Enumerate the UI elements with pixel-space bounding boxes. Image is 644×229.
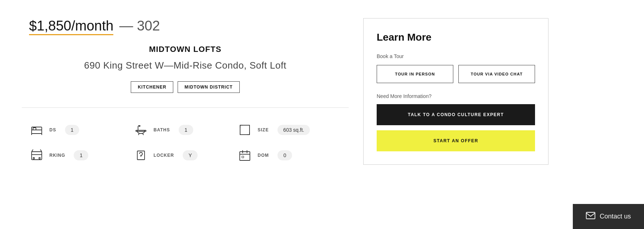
- svg-rect-27: [586, 212, 595, 219]
- listing-unit: — 302: [119, 18, 160, 34]
- spec-parking: RKING 1: [29, 148, 133, 163]
- learn-more-panel: Learn More Book a Tour TOUR IN PERSON TO…: [363, 18, 548, 165]
- divider: [22, 107, 349, 108]
- svg-line-6: [138, 134, 139, 135]
- tag-midtown-district[interactable]: MIDTOWN DISTRICT: [178, 81, 239, 93]
- tag-kitchener[interactable]: KITCHENER: [131, 81, 173, 93]
- tour-in-person-button[interactable]: TOUR IN PERSON: [377, 65, 453, 83]
- parking-icon: [29, 148, 44, 163]
- dom-label: DOM: [258, 153, 269, 158]
- spec-baths: BATHS 1: [133, 122, 238, 138]
- listing-address: 690 King Street W—Mid-Rise Condo, Soft L…: [29, 60, 341, 71]
- contact-us-button[interactable]: Contact us: [573, 204, 644, 229]
- svg-rect-0: [32, 130, 42, 134]
- spec-dom: DOM 0: [237, 148, 341, 163]
- parking-value: 1: [74, 150, 88, 160]
- spec-beds: DS 1: [29, 122, 133, 138]
- svg-rect-26: [242, 156, 244, 158]
- listing-price: $1,850/month: [29, 18, 113, 34]
- tour-buttons: TOUR IN PERSON TOUR VIA VIDEO CHAT: [377, 65, 535, 83]
- main-content: $1,850/month — 302 MIDTOWN LOFTS 690 Kin…: [0, 0, 363, 229]
- calendar-icon: [237, 148, 252, 163]
- specs-grid: DS 1 BATHS 1: [29, 122, 341, 163]
- beds-label: DS: [49, 127, 56, 132]
- size-value: 603 sq.ft.: [278, 125, 310, 135]
- book-tour-label: Book a Tour: [377, 53, 535, 59]
- locker-icon: [133, 148, 149, 163]
- locker-label: LOCKER: [154, 153, 174, 158]
- price-line: $1,850/month — 302: [29, 18, 341, 34]
- bed-icon: [29, 122, 44, 138]
- panel-title: Learn More: [377, 32, 535, 43]
- svg-rect-8: [240, 125, 250, 135]
- need-info-label: Need More Information?: [377, 93, 535, 99]
- svg-point-16: [39, 158, 40, 159]
- svg-point-15: [33, 158, 35, 159]
- bath-icon: [133, 122, 149, 138]
- offer-button[interactable]: START AN OFFER: [377, 130, 535, 151]
- size-label: SIZE: [258, 127, 269, 132]
- contact-us-label: Contact us: [600, 213, 631, 220]
- parking-label: RKING: [49, 153, 65, 158]
- svg-rect-22: [240, 152, 250, 160]
- baths-value: 1: [179, 125, 193, 135]
- spec-size: SIZE 603 sq.ft.: [237, 122, 341, 138]
- expert-button[interactable]: TALK TO A CONDO CULTURE EXPERT: [377, 104, 535, 125]
- building-name: MIDTOWN LOFTS: [29, 45, 341, 54]
- spec-locker: LOCKER Y: [133, 148, 238, 163]
- tags-container: KITCHENER MIDTOWN DISTRICT: [29, 81, 341, 93]
- svg-line-7: [143, 134, 143, 135]
- tour-video-button[interactable]: TOUR VIA VIDEO CHAT: [458, 65, 535, 83]
- size-icon: [237, 122, 252, 138]
- beds-value: 1: [65, 125, 80, 135]
- dom-value: 0: [278, 150, 292, 160]
- baths-label: BATHS: [154, 127, 170, 132]
- svg-point-5: [139, 126, 140, 127]
- svg-rect-1: [33, 128, 36, 130]
- locker-value: Y: [183, 150, 198, 160]
- envelope-icon: [586, 212, 595, 221]
